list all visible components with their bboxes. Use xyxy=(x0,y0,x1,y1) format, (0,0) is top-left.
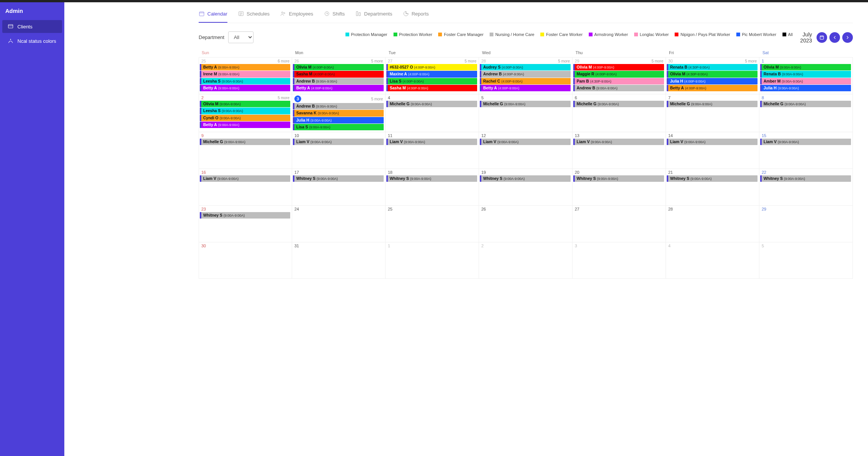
shift-event[interactable]: Julia H (9:00A-9:00A) xyxy=(293,117,384,123)
shift-event[interactable]: Olivia M (9:00A-9:00A) xyxy=(200,101,290,107)
shift-event[interactable]: Maggie R (4:00P-9:00A) xyxy=(573,71,664,77)
shift-event[interactable]: Andrew B (4:00P-9:00A) xyxy=(480,71,571,77)
department-select[interactable]: All xyxy=(228,31,254,43)
more-link[interactable]: 5 more xyxy=(278,96,289,100)
more-link[interactable]: 5 more xyxy=(745,59,757,63)
more-link[interactable]: 5 more xyxy=(371,59,383,63)
shift-event[interactable]: Olivia M (4:30P-9:00A) xyxy=(667,71,758,77)
shift-event[interactable]: Andrew B (9:00A-9:00A) xyxy=(293,103,384,109)
tab-schedules[interactable]: Schedules xyxy=(238,7,270,23)
shift-event[interactable]: Whitney S (9:00A-9:00A) xyxy=(200,212,290,219)
shift-event[interactable]: Julia H (4:00P-9:00A) xyxy=(667,78,758,84)
shift-event[interactable]: Audrey S (4:00P-9:00A) xyxy=(480,64,571,70)
shift-event[interactable]: Amber M (9:00A-9:00A) xyxy=(760,78,851,84)
calendar-day[interactable]: 305 moreRenata B (4:30P-9:00A)Olivia M (… xyxy=(666,58,759,94)
more-link[interactable]: 5 more xyxy=(465,59,476,63)
calendar-day[interactable]: 18Whitney S (9:00A-9:00A) xyxy=(386,169,479,205)
calendar-day[interactable]: 28 xyxy=(666,206,759,242)
calendar-day[interactable]: 4Michelle G (9:00A-9:00A) xyxy=(386,94,479,132)
calendar-day[interactable]: 1Olivia M (9:00A-9:00A)Renata B (9:00A-9… xyxy=(759,58,853,94)
calendar-day[interactable]: 12Liam V (9:00A-9:00A) xyxy=(479,132,572,169)
more-link[interactable]: 5 more xyxy=(558,59,570,63)
shift-event[interactable]: #632-0527 O (4:00P-9:00A) xyxy=(386,64,477,70)
calendar-day[interactable]: 8Michelle G (9:00A-9:00A) xyxy=(759,94,853,132)
calendar-day[interactable]: 24 xyxy=(292,206,386,242)
prev-month-button[interactable] xyxy=(829,32,840,43)
shift-event[interactable]: Betty A (9:00A-9:00A) xyxy=(200,85,290,91)
today-button[interactable] xyxy=(817,32,827,43)
calendar-day[interactable]: 21Whitney S (9:00A-9:00A) xyxy=(666,169,759,205)
calendar-day[interactable]: 20Whitney S (9:00A-9:00A) xyxy=(572,169,666,205)
shift-event[interactable]: Pam B (4:30P-9:00A) xyxy=(573,78,664,84)
shift-event[interactable]: Betty A (4:00P-9:00A) xyxy=(667,85,758,91)
calendar-day[interactable]: 27 xyxy=(572,206,666,242)
tab-reports[interactable]: Reports xyxy=(403,7,429,23)
calendar-day[interactable]: 30 xyxy=(199,242,292,279)
calendar-day[interactable]: 5 xyxy=(759,242,853,279)
shift-event[interactable]: Liam V (9:00A-9:00A) xyxy=(293,139,384,145)
calendar-day[interactable]: 256 moreBetty A (9:00A-9:00A)Irene M (9:… xyxy=(199,58,292,94)
shift-event[interactable]: Lisa S (9:00A-9:00A) xyxy=(293,124,384,130)
sidebar-item-ncal-status-colors[interactable]: Ncal status colors xyxy=(2,34,62,47)
calendar-day[interactable]: 19Whitney S (9:00A-9:00A) xyxy=(479,169,572,205)
next-month-button[interactable] xyxy=(842,32,853,43)
calendar-day[interactable]: 13Liam V (9:00A-9:00A) xyxy=(572,132,666,169)
tab-shifts[interactable]: Shifts xyxy=(324,7,345,23)
calendar-day[interactable]: 23Whitney S (9:00A-9:00A) xyxy=(199,206,292,242)
shift-event[interactable]: Olivia M (4:00P-9:00A) xyxy=(293,64,384,70)
shift-event[interactable]: Lisa S (4:00P-9:00A) xyxy=(386,78,477,84)
shift-event[interactable]: Cyndi O (9:00A-9:00A) xyxy=(200,115,290,121)
calendar-day[interactable]: 6Michelle G (9:00A-9:00A) xyxy=(572,94,666,132)
calendar-day[interactable]: 2 xyxy=(479,242,572,279)
shift-event[interactable]: Whitney S (9:00A-9:00A) xyxy=(573,175,664,182)
shift-event[interactable]: Rachel C (4:00P-9:00A) xyxy=(480,78,571,84)
calendar-day[interactable]: 10Liam V (9:00A-9:00A) xyxy=(292,132,386,169)
calendar-day[interactable]: 35 moreAndrew B (9:00A-9:00A)Savanna K (… xyxy=(292,94,386,132)
shift-event[interactable]: Renata B (9:00A-9:00A) xyxy=(760,71,851,77)
calendar-day[interactable]: 285 moreAudrey S (4:00P-9:00A)Andrew B (… xyxy=(479,58,572,94)
shift-event[interactable]: Savanna K (9:00A-9:00A) xyxy=(293,110,384,116)
calendar-day[interactable]: 4 xyxy=(666,242,759,279)
calendar-day[interactable]: 22Whitney S (9:00A-9:00A) xyxy=(759,169,853,205)
calendar-day[interactable]: 16Liam V (9:00A-9:00A) xyxy=(199,169,292,205)
calendar-day[interactable]: 5Michelle G (9:00A-9:00A) xyxy=(479,94,572,132)
calendar-day[interactable]: 29 xyxy=(759,206,853,242)
shift-event[interactable]: Michelle G (9:00A-9:00A) xyxy=(480,101,571,107)
shift-event[interactable]: Liam V (9:00A-9:00A) xyxy=(480,139,571,145)
calendar-day[interactable]: 295 moreOlivia M (4:00P-9:00A)Maggie R (… xyxy=(572,58,666,94)
calendar-day[interactable]: 9Michelle G (9:00A-9:00A) xyxy=(199,132,292,169)
shift-event[interactable]: Sasha M (4:00P-9:00A) xyxy=(386,85,477,91)
calendar-day[interactable]: 26 xyxy=(479,206,572,242)
shift-event[interactable]: Whitney S (9:00A-9:00A) xyxy=(667,175,758,182)
shift-event[interactable]: Andrew B (9:00A-9:00A) xyxy=(293,78,384,84)
more-link[interactable]: 5 more xyxy=(371,97,383,101)
shift-event[interactable]: Leesha S (9:00A-9:00A) xyxy=(200,108,290,114)
shift-event[interactable]: Betty A (4:00P-9:00A) xyxy=(293,85,384,91)
shift-event[interactable]: Whitney S (9:00A-9:00A) xyxy=(760,175,851,182)
tab-employees[interactable]: Employees xyxy=(280,7,313,23)
shift-event[interactable]: Liam V (9:00A-9:00A) xyxy=(573,139,664,145)
shift-event[interactable]: Olivia M (4:00P-9:00A) xyxy=(573,64,664,70)
tab-calendar[interactable]: Calendar xyxy=(199,7,227,23)
shift-event[interactable]: Betty A (4:00P-9:00A) xyxy=(480,85,571,91)
shift-event[interactable]: Andrew B (9:00A-9:00A) xyxy=(573,85,664,91)
calendar-day[interactable]: 14Liam V (9:00A-9:00A) xyxy=(666,132,759,169)
calendar-day[interactable]: 1 xyxy=(386,242,479,279)
shift-event[interactable]: Michelle G (9:00A-9:00A) xyxy=(667,101,758,107)
calendar-day[interactable]: 7Michelle G (9:00A-9:00A) xyxy=(666,94,759,132)
shift-event[interactable]: Michelle G (9:00A-9:00A) xyxy=(200,139,290,145)
shift-event[interactable]: Betty A (9:00A-9:00A) xyxy=(200,122,290,128)
shift-event[interactable]: Olivia M (9:00A-9:00A) xyxy=(760,64,851,70)
shift-event[interactable]: Sasha M (4:00P-9:00A) xyxy=(293,71,384,77)
shift-event[interactable]: Liam V (9:00A-9:00A) xyxy=(667,139,758,145)
shift-event[interactable]: Leesha S (9:00A-9:00A) xyxy=(200,78,290,84)
shift-event[interactable]: Michelle G (9:00A-9:00A) xyxy=(386,101,477,107)
shift-event[interactable]: Michelle G (9:00A-9:00A) xyxy=(760,101,851,107)
shift-event[interactable]: Michelle G (9:00A-9:00A) xyxy=(573,101,664,107)
more-link[interactable]: 5 more xyxy=(652,59,663,63)
shift-event[interactable]: Liam V (9:00A-9:00A) xyxy=(200,175,290,182)
shift-event[interactable]: Whitney S (9:00A-9:00A) xyxy=(480,175,571,182)
shift-event[interactable]: Maxine A (4:00P-9:00A) xyxy=(386,71,477,77)
shift-event[interactable]: Renata B (4:30P-9:00A) xyxy=(667,64,758,70)
shift-event[interactable]: Julia H (9:00A-9:00A) xyxy=(760,85,851,91)
